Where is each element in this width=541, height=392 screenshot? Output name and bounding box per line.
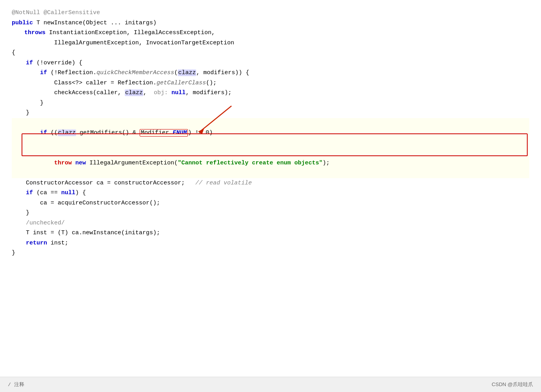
footer: / 注释 CSDN @爪哇哇爪 bbox=[0, 377, 541, 392]
code-line-15: if (ca == null) { bbox=[12, 188, 529, 198]
code-line-2: public T newInstance(Object ... initargs… bbox=[12, 18, 529, 28]
code-line-16: ca = acquireConstructorAccessor(); bbox=[12, 198, 529, 208]
code-line-12: if ((clazz.getModifiers() & Modifier.ENU… bbox=[12, 118, 529, 148]
code-line-3: throws InstantiationException, IllegalAc… bbox=[12, 28, 529, 38]
code-line-11: } bbox=[12, 108, 529, 118]
code-line-6: if (!override) { bbox=[12, 58, 529, 68]
footer-left-text: / 注释 bbox=[8, 381, 24, 388]
code-container: @NotNull @CallerSensitive public T newIn… bbox=[0, 0, 541, 377]
code-line-9: checkAccess(caller, clazz, obj: null, mo… bbox=[12, 88, 529, 98]
throws-keyword: throws bbox=[24, 29, 46, 36]
footer-right-text: CSDN @爪哇哇爪 bbox=[492, 381, 533, 388]
code-line-17: } bbox=[12, 208, 529, 218]
code-line-1: @NotNull @CallerSensitive bbox=[12, 8, 529, 18]
code-line-13: throw new IllegalArgumentException("Cann… bbox=[12, 148, 529, 178]
code-line-10: } bbox=[12, 98, 529, 108]
code-line-18: /unchecked/ bbox=[12, 218, 529, 228]
code-line-21: } bbox=[12, 248, 529, 258]
code-line-7: if (!Reflection.quickCheckMemberAccess(c… bbox=[12, 68, 529, 78]
modifier-enum-box: Modifier.ENUM bbox=[140, 129, 188, 137]
code-line-8: Class<?> caller = Reflection.getCallerCl… bbox=[12, 78, 529, 88]
code-line-5: { bbox=[12, 48, 529, 58]
code-line-20: return inst; bbox=[12, 238, 529, 248]
code-line-19: T inst = (T) ca.newInstance(initargs); bbox=[12, 228, 529, 238]
code-line-4: IllegalArgumentException, InvocationTarg… bbox=[12, 38, 529, 48]
code-line-14: ConstructorAccessor ca = constructorAcce… bbox=[12, 178, 529, 188]
